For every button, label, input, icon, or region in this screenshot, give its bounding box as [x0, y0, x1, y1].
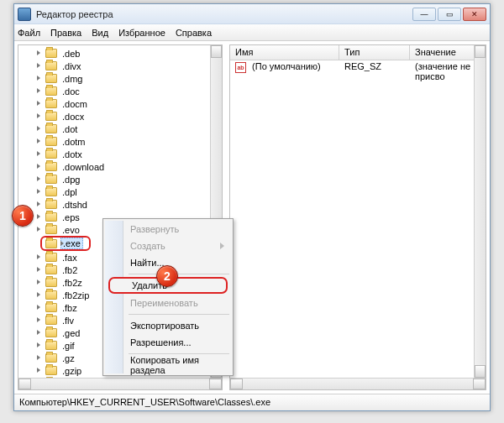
tree-node[interactable]: .docx [18, 110, 210, 123]
col-type[interactable]: Тип [339, 45, 410, 60]
minimize-button[interactable]: — [412, 8, 436, 21]
folder-icon [45, 316, 57, 325]
folder-icon [45, 239, 57, 248]
tree-node[interactable]: .download [18, 160, 210, 173]
tree-node-label: .dtshd [60, 200, 89, 210]
folder-icon [45, 162, 57, 171]
folder-icon [45, 328, 57, 337]
tree-node-label: .dpg [60, 175, 81, 185]
values-scrollbar-vertical[interactable] [474, 45, 486, 378]
folder-icon [45, 341, 57, 350]
tree-node[interactable]: .doc [18, 85, 210, 97]
string-value-icon: ab [235, 62, 246, 73]
tree-node-label: .exe [60, 238, 83, 249]
menu-view[interactable]: Вид [92, 28, 108, 38]
folder-icon [45, 61, 57, 70]
values-header: Имя Тип Значение [230, 45, 486, 60]
tree-scrollbar-horizontal[interactable] [18, 378, 222, 389]
tree-node-label: .doc [60, 86, 81, 97]
tree-node[interactable]: .dot [18, 123, 210, 135]
tree-node-label: .dotx [60, 149, 84, 159]
menu-edit[interactable]: Правка [50, 28, 81, 38]
titlebar[interactable]: Редактор реестра — ▭ ✕ [14, 4, 490, 24]
folder-icon [45, 49, 57, 58]
tree-node-label: .divx [60, 61, 83, 71]
folder-icon [45, 290, 57, 300]
tree-node-label: .evo [60, 225, 81, 235]
tree-node-label: .fb2zip [60, 290, 91, 300]
values-pane: Имя Тип Значение ab (По умолчанию) REG_S… [229, 44, 486, 390]
maximize-button[interactable]: ▭ [438, 8, 461, 21]
annotation-1: 1 [12, 205, 34, 227]
folder-icon [45, 225, 57, 234]
tree-node[interactable]: .docm [18, 97, 210, 110]
tree-node-label: .deb [60, 49, 81, 59]
tree-node-label: .gif [60, 341, 76, 351]
folder-icon [45, 149, 57, 159]
tree-node-selected[interactable]: .exe [40, 236, 91, 251]
folder-icon [45, 353, 57, 363]
regedit-icon [18, 8, 31, 21]
ctx-copy-key-name[interactable]: Копировать имя раздела [105, 357, 231, 373]
tree-node-label: .fb2z [60, 278, 84, 288]
statusbar: Компьютер\HKEY_CURRENT_USER\Software\Cla… [14, 394, 490, 410]
value-row[interactable]: ab (По умолчанию) REG_SZ (значение не пр… [230, 60, 486, 74]
tree-node-label: .dmg [60, 74, 84, 84]
tree-node-label: .fb2 [60, 265, 79, 275]
tree-node-label: .dot [60, 124, 79, 134]
folder-icon [45, 137, 57, 146]
tree-node-label: .flv [60, 316, 76, 326]
tree-node-label: .gzip [60, 366, 83, 376]
folder-icon [45, 86, 57, 96]
tree-node[interactable]: .dtshd [18, 198, 210, 211]
folder-icon [45, 74, 57, 83]
tree-node-label: .gz [60, 353, 76, 363]
folder-icon [45, 278, 57, 287]
ctx-expand[interactable]: Развернуть [105, 221, 231, 238]
menu-file[interactable]: Файл [18, 28, 40, 38]
tree-node-label: .fbz [60, 303, 79, 313]
folder-icon [45, 303, 57, 312]
tree-node[interactable]: .dmg [18, 72, 210, 85]
folder-icon [45, 187, 57, 196]
folder-icon [45, 112, 57, 121]
tree-node-label: .download [60, 162, 106, 172]
value-type: REG_SZ [339, 61, 410, 74]
folder-icon [45, 366, 57, 375]
folder-icon [45, 265, 57, 274]
folder-icon [45, 200, 57, 209]
tree-node[interactable]: .deb [18, 47, 210, 60]
window-title: Редактор реестра [36, 9, 411, 19]
value-name: (По умолчанию) [252, 61, 321, 71]
menu-favorites[interactable]: Избранное [118, 28, 165, 38]
col-name[interactable]: Имя [230, 45, 339, 60]
tree-node-label: .fax [60, 253, 79, 263]
ctx-permissions[interactable]: Разрешения... [105, 334, 231, 351]
folder-icon [45, 253, 57, 262]
ctx-create[interactable]: Создать [105, 238, 231, 254]
tree-node[interactable]: .dpg [18, 173, 210, 185]
tree-node-label: .dotm [60, 137, 87, 147]
folder-icon [45, 175, 57, 184]
tree-node[interactable]: .divx [18, 60, 210, 72]
tree-node-label: .eps [60, 212, 81, 222]
annotation-2: 2 [156, 265, 178, 287]
menu-help[interactable]: Справка [176, 28, 212, 38]
tree-node-label: .ged [60, 328, 81, 338]
ctx-rename[interactable]: Переименовать [105, 295, 231, 311]
menubar: Файл Правка Вид Избранное Справка [14, 24, 490, 41]
status-path: Компьютер\HKEY_CURRENT_USER\Software\Cla… [19, 397, 270, 407]
close-button[interactable]: ✕ [463, 8, 486, 21]
tree-node[interactable]: .dotx [18, 148, 210, 160]
tree-node-label: .dpl [60, 187, 79, 197]
context-menu: Развернуть Создать Найти... Удалить Пере… [102, 218, 234, 376]
folder-icon [45, 212, 57, 222]
tree-node-label: .docx [60, 112, 86, 122]
tree-node[interactable]: .dpl [18, 185, 210, 198]
folder-icon [45, 99, 57, 108]
tree-node-label: .docm [60, 99, 89, 109]
ctx-export[interactable]: Экспортировать [105, 317, 231, 334]
folder-icon [45, 124, 57, 133]
tree-node[interactable]: .dotm [18, 135, 210, 148]
values-scrollbar-horizontal[interactable] [230, 378, 486, 389]
